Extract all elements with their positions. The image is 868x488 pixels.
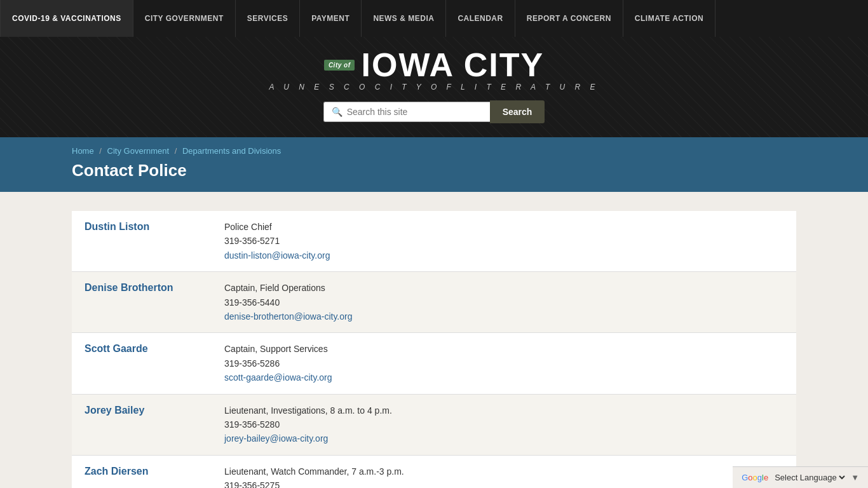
- contact-info-cell: Captain, Field Operations319-356-5440den…: [212, 272, 796, 333]
- contact-phone: 319-356-5271: [224, 234, 783, 248]
- contact-table: Dustin ListonPolice Chief319-356-5271dus…: [72, 211, 796, 488]
- language-selector[interactable]: Select Language: [772, 472, 847, 483]
- unesco-tagline: A U N E S C O C I T Y O F L I T E R A T …: [269, 83, 599, 92]
- contact-name-cell: Dustin Liston: [72, 211, 212, 272]
- contact-phone: 319-356-5275: [224, 478, 783, 488]
- contact-row: Jorey BaileyLieutenant, Investigations, …: [72, 394, 796, 455]
- contact-name-link[interactable]: Denise Brotherton: [85, 282, 173, 293]
- page-header: Home / City Government / Departments and…: [0, 137, 868, 192]
- contact-name-link[interactable]: Dustin Liston: [85, 221, 149, 232]
- contact-info-cell: Lieutenant, Watch Commander, 7 a.m.-3 p.…: [212, 455, 796, 488]
- contact-row: Zach DiersenLieutenant, Watch Commander,…: [72, 455, 796, 488]
- contact-info-cell: Lieutenant, Investigations, 8 a.m. to 4 …: [212, 394, 796, 455]
- nav-payment[interactable]: PAYMENT: [300, 0, 362, 37]
- contact-name-cell: Zach Diersen: [72, 455, 212, 488]
- contact-name-link[interactable]: Scott Gaarde: [85, 343, 148, 354]
- breadcrumb-current: Departments and Divisions: [182, 146, 281, 156]
- contact-row: Scott GaardeCaptain, Support Services319…: [72, 333, 796, 394]
- breadcrumb-sep-2: /: [175, 146, 177, 156]
- breadcrumb-sep-1: /: [99, 146, 102, 156]
- nav-climate[interactable]: CLIMATE ACTION: [623, 0, 715, 37]
- nav-report[interactable]: REPORT A CONCERN: [515, 0, 623, 37]
- contact-email[interactable]: dustin-liston@iowa-city.org: [224, 248, 783, 262]
- contact-email[interactable]: scott-gaarde@iowa-city.org: [224, 370, 783, 384]
- contact-info-cell: Police Chief319-356-5271dustin-liston@io…: [212, 211, 796, 272]
- contact-role: Lieutenant, Watch Commander, 7 a.m.-3 p.…: [224, 464, 783, 478]
- contact-name-cell: Denise Brotherton: [72, 272, 212, 333]
- logo-main: City of IOWA CITY: [324, 48, 544, 81]
- contact-phone: 319-356-5440: [224, 295, 783, 309]
- search-bar: 🔍 Search: [323, 100, 545, 123]
- nav-news[interactable]: NEWS & MEDIA: [362, 0, 446, 37]
- search-input[interactable]: [347, 107, 482, 117]
- main-content: Dustin ListonPolice Chief319-356-5271dus…: [59, 211, 809, 488]
- page-title: Contact Police: [72, 161, 796, 180]
- search-input-wrap: 🔍: [323, 102, 490, 122]
- nav-services[interactable]: SERVICES: [236, 0, 300, 37]
- contact-role: Captain, Support Services: [224, 342, 783, 356]
- search-icon: 🔍: [332, 107, 342, 117]
- contact-role: Captain, Field Operations: [224, 281, 783, 295]
- nav-covid[interactable]: COVID-19 & VACCINATIONS: [0, 0, 133, 37]
- contact-email[interactable]: denise-brotherton@iowa-city.org: [224, 309, 783, 323]
- nav-city-gov[interactable]: CITY GOVERNMENT: [133, 0, 236, 37]
- site-header: City of IOWA CITY A U N E S C O C I T Y …: [0, 37, 868, 137]
- footer-language-bar: Google Select Language ▼: [733, 466, 868, 488]
- top-navigation: COVID-19 & VACCINATIONS CITY GOVERNMENT …: [0, 0, 868, 37]
- contact-name-cell: Scott Gaarde: [72, 333, 212, 394]
- city-of-badge: City of: [324, 60, 355, 71]
- breadcrumb-city-gov[interactable]: City Government: [107, 146, 170, 156]
- contact-row: Denise BrothertonCaptain, Field Operatio…: [72, 272, 796, 333]
- breadcrumb-home[interactable]: Home: [72, 146, 94, 156]
- contact-email[interactable]: jorey-bailey@iowa-city.org: [224, 431, 783, 445]
- google-logo: Google: [742, 473, 768, 482]
- iowa-city-title: IOWA CITY: [361, 48, 544, 81]
- contact-phone: 319-356-5280: [224, 417, 783, 431]
- search-button[interactable]: Search: [490, 100, 545, 123]
- breadcrumb: Home / City Government / Departments and…: [72, 146, 796, 156]
- language-dropdown-arrow: ▼: [851, 473, 859, 482]
- contact-name-link[interactable]: Jorey Bailey: [85, 405, 144, 416]
- nav-calendar[interactable]: CALENDAR: [446, 0, 515, 37]
- contact-role: Police Chief: [224, 220, 783, 234]
- logo-area: City of IOWA CITY A U N E S C O C I T Y …: [269, 48, 599, 92]
- contact-info-cell: Captain, Support Services319-356-5286sco…: [212, 333, 796, 394]
- contact-name-link[interactable]: Zach Diersen: [85, 466, 148, 477]
- contact-name-cell: Jorey Bailey: [72, 394, 212, 455]
- contact-row: Dustin ListonPolice Chief319-356-5271dus…: [72, 211, 796, 272]
- contact-role: Lieutenant, Investigations, 8 a.m. to 4 …: [224, 403, 783, 417]
- contact-phone: 319-356-5286: [224, 356, 783, 370]
- google-g: G: [742, 473, 748, 482]
